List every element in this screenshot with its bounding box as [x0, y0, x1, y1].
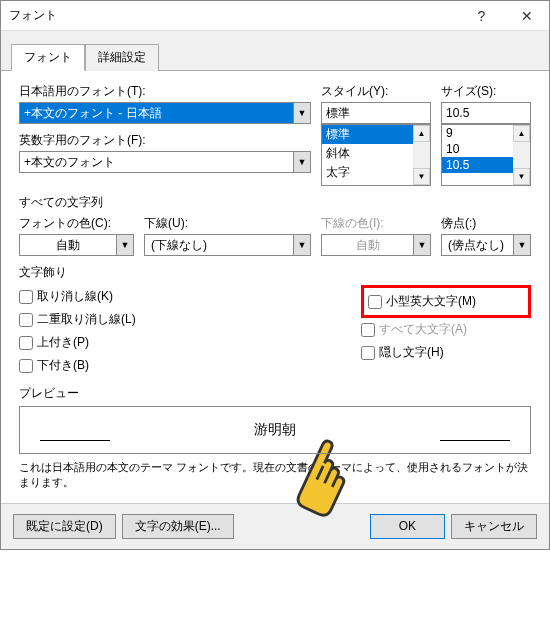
list-item[interactable]: 太字	[322, 163, 413, 182]
dropdown-icon[interactable]: ▼	[293, 234, 311, 256]
list-item[interactable]: 標準	[322, 125, 413, 144]
dialog-footer: 既定に設定(D) 文字の効果(E)... OK キャンセル	[1, 503, 549, 549]
font-color-combo[interactable]: 自動 ▼	[19, 234, 134, 256]
jp-font-combo[interactable]: ▼	[19, 102, 311, 124]
en-font-input[interactable]	[19, 151, 293, 173]
ok-button[interactable]: OK	[370, 514, 445, 539]
help-button[interactable]: ?	[459, 1, 504, 31]
scroll-up-icon[interactable]: ▲	[513, 125, 530, 142]
list-item[interactable]: 9	[442, 125, 513, 141]
style-label: スタイル(Y):	[321, 83, 431, 100]
scrollbar[interactable]: ▲ ▼	[413, 125, 430, 185]
superscript-check[interactable]: 上付き(P)	[19, 334, 351, 351]
dstrike-check[interactable]: 二重取り消し線(L)	[19, 311, 351, 328]
underline-combo[interactable]: (下線なし) ▼	[144, 234, 311, 256]
hidden-check[interactable]: 隠し文字(H)	[361, 344, 531, 361]
underline-label: 下線(U):	[144, 215, 311, 232]
allcaps-check[interactable]: すべて大文字(A)	[361, 321, 531, 338]
set-default-button[interactable]: 既定に設定(D)	[13, 514, 116, 539]
preview-box: 游明朝	[19, 406, 531, 454]
scroll-down-icon[interactable]: ▼	[413, 168, 430, 185]
list-item[interactable]: 斜体	[322, 144, 413, 163]
emphasis-combo[interactable]: (傍点なし) ▼	[441, 234, 531, 256]
smallcaps-highlight: 小型英大文字(M)	[361, 285, 531, 318]
list-item[interactable]: 10	[442, 141, 513, 157]
subscript-check[interactable]: 下付き(B)	[19, 357, 351, 374]
decoration-label: 文字飾り	[19, 264, 531, 281]
en-font-combo[interactable]: ▼	[19, 151, 311, 173]
all-text-label: すべての文字列	[19, 194, 531, 211]
font-color-label: フォントの色(C):	[19, 215, 134, 232]
list-item[interactable]: 10.5	[442, 157, 513, 173]
dropdown-icon[interactable]: ▼	[293, 102, 311, 124]
dropdown-icon[interactable]: ▼	[116, 234, 134, 256]
style-listbox[interactable]: 標準 斜体 太字 ▲ ▼	[321, 124, 431, 186]
font-dialog: フォント ? ✕ フォント 詳細設定 日本語用のフォント(T): ▼ 英数字用の…	[0, 0, 550, 550]
emphasis-label: 傍点(:)	[441, 215, 531, 232]
titlebar: フォント ? ✕	[1, 1, 549, 31]
tab-font[interactable]: フォント	[11, 44, 85, 71]
scroll-down-icon[interactable]: ▼	[513, 168, 530, 185]
jp-font-label: 日本語用のフォント(T):	[19, 83, 311, 100]
tab-advanced[interactable]: 詳細設定	[85, 44, 159, 71]
size-listbox[interactable]: 9 10 10.5 ▲ ▼	[441, 124, 531, 186]
preview-text: 游明朝	[254, 421, 296, 439]
dropdown-icon: ▼	[413, 234, 431, 256]
scrollbar[interactable]: ▲ ▼	[513, 125, 530, 185]
close-button[interactable]: ✕	[504, 1, 549, 31]
text-effects-button[interactable]: 文字の効果(E)...	[122, 514, 234, 539]
strike-check[interactable]: 取り消し線(K)	[19, 288, 351, 305]
en-font-label: 英数字用のフォント(F):	[19, 132, 311, 149]
jp-font-input[interactable]	[19, 102, 293, 124]
size-label: サイズ(S):	[441, 83, 531, 100]
size-input[interactable]	[441, 102, 531, 124]
dropdown-icon[interactable]: ▼	[513, 234, 531, 256]
smallcaps-check[interactable]: 小型英大文字(M)	[368, 293, 524, 310]
dropdown-icon[interactable]: ▼	[293, 151, 311, 173]
dialog-content: 日本語用のフォント(T): ▼ 英数字用のフォント(F): ▼ スタイル(Y):…	[1, 71, 549, 503]
scroll-up-icon[interactable]: ▲	[413, 125, 430, 142]
preview-description: これは日本語用の本文のテーマ フォントです。現在の文書のテーマによって、使用され…	[19, 460, 531, 491]
dialog-title: フォント	[1, 7, 459, 24]
cancel-button[interactable]: キャンセル	[451, 514, 537, 539]
underline-color-combo: 自動 ▼	[321, 234, 431, 256]
preview-label: プレビュー	[19, 385, 531, 402]
style-input[interactable]	[321, 102, 431, 124]
tab-strip: フォント 詳細設定	[1, 31, 549, 71]
underline-color-label: 下線の色(I):	[321, 215, 431, 232]
